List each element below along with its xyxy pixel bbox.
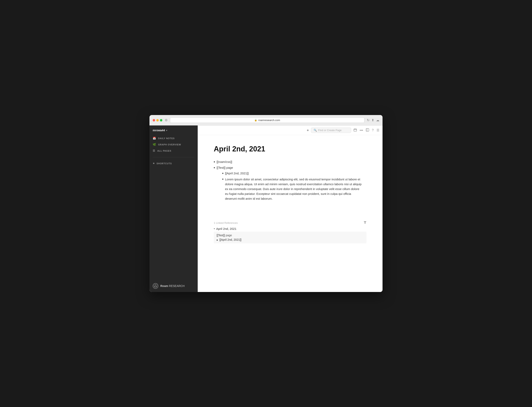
roam-brand: Roam RESEARCH	[160, 284, 185, 288]
page-link[interactable]: [[Test]]	[217, 166, 225, 169]
reload-icon[interactable]: ↻	[367, 118, 369, 122]
lock-icon: 🔒	[254, 119, 257, 121]
graph-icon: 🌿	[153, 143, 156, 146]
roam-logo-svg	[153, 284, 158, 288]
address-bar[interactable]: 🔒 roamresearch.com	[170, 117, 365, 123]
bullet-dot	[222, 173, 223, 174]
list-item: [[Test]] page [[April 2nd, 2021]] Lorem …	[214, 165, 362, 202]
browser-chrome: ⚙ 🔒 roamresearch.com ↻ ⬆ ☁	[150, 115, 382, 125]
all-pages-label: ALL PAGES	[157, 150, 171, 152]
traffic-lights	[153, 119, 162, 121]
page-content: April 2nd, 2021 [[roam/css]] [[Test]] pa…	[198, 135, 379, 213]
shortcuts-label: SHORTCUTS	[157, 162, 172, 165]
star-icon: ★	[153, 162, 155, 165]
lorem-text: Lorem ipsum dolor sit amet, consectetur …	[225, 177, 362, 201]
calendar-icon: 📅	[153, 137, 156, 140]
ref-card: [[Test]] page [[April 2nd, 2021]]	[214, 232, 366, 243]
graph-overview-label: GRAPH OVERVIEW	[158, 143, 181, 146]
search-bar[interactable]: 🔍 Find or Create Page	[311, 127, 351, 133]
app-container: mrowa44 ▾ 📅 DAILY NOTES 🌿 GRAPH OVERVIEW…	[150, 125, 382, 292]
bullet-text: page	[225, 166, 233, 169]
share-icon[interactable]: ⬆	[372, 118, 374, 122]
roam-brand-main: Roam	[160, 284, 168, 288]
sidebar-header: mrowa44 ▾	[150, 125, 198, 133]
browser-actions: ↻ ⬆ ☁	[367, 118, 379, 122]
maximize-button[interactable]	[160, 119, 162, 121]
page-link[interactable]: [[April 2nd, 2021]]	[219, 238, 242, 241]
browser-window: ⚙ 🔒 roamresearch.com ↻ ⬆ ☁ mrowa44 ▾ 📅	[150, 115, 382, 292]
ref-card-bullet: [[April 2nd, 2021]]	[217, 238, 364, 241]
linked-refs-text: Linked References	[216, 221, 238, 224]
linked-refs-label: 1 Linked References	[214, 221, 238, 224]
sidebar-toggle-icon[interactable]	[366, 128, 369, 132]
sidebar-divider	[153, 157, 194, 157]
help-icon[interactable]: ?	[372, 128, 374, 132]
page-link[interactable]: [[April 2nd, 2021]]	[225, 171, 249, 176]
search-placeholder: Find or Create Page	[318, 129, 342, 132]
minimize-button[interactable]	[156, 119, 159, 121]
pages-icon: ☰	[153, 149, 155, 152]
roam-brand-sub: RESEARCH	[169, 284, 185, 288]
linked-refs-header: 1 Linked References	[214, 221, 366, 225]
roam-logo	[153, 283, 158, 289]
svg-point-1	[155, 285, 156, 286]
filter-icon[interactable]	[364, 221, 366, 225]
top-bar-icons: ••• ? ☰	[354, 128, 379, 132]
svg-line-4	[155, 286, 155, 286]
page-link[interactable]: [[Test]]	[217, 234, 225, 237]
shortcuts-header[interactable]: ★ SHORTCUTS	[150, 160, 198, 166]
linked-references-section: 1 Linked References ▾ April 2nd, 2021	[198, 221, 382, 244]
linked-ref-date-text: April 2nd, 2021	[216, 227, 236, 230]
main-content: 🔍 Find or Create Page •••	[198, 125, 382, 292]
sidebar-item-daily-notes[interactable]: 📅 DAILY NOTES	[150, 135, 198, 141]
bullet-dot	[217, 240, 218, 241]
page-title: April 2nd, 2021	[214, 145, 362, 153]
svg-rect-7	[354, 129, 357, 131]
bullet-dot	[214, 161, 215, 163]
svg-marker-13	[364, 221, 366, 224]
svg-rect-11	[366, 128, 369, 131]
bullet-list: [[roam/css]] [[Test]] page [[April 2nd, …	[214, 160, 362, 202]
menu-icon[interactable]: ☰	[377, 128, 379, 132]
sidebar-footer: Roam RESEARCH	[150, 280, 198, 292]
user-menu[interactable]: mrowa44 ▾	[153, 129, 194, 132]
sidebar-item-graph-overview[interactable]: 🌿 GRAPH OVERVIEW	[150, 141, 198, 148]
settings-icon[interactable]: ⚙	[165, 118, 167, 122]
sidebar: mrowa44 ▾ 📅 DAILY NOTES 🌿 GRAPH OVERVIEW…	[150, 125, 198, 292]
ref-card-title: [[Test]] page	[217, 234, 364, 237]
daily-notes-label: DAILY NOTES	[158, 137, 175, 140]
browser-controls: ⚙	[165, 118, 167, 122]
more-options-icon[interactable]: •••	[360, 128, 363, 132]
status-dot	[307, 130, 309, 131]
bullet-dot	[222, 179, 223, 180]
calendar-topbar-icon[interactable]	[354, 128, 357, 132]
linked-ref-date[interactable]: ▾ April 2nd, 2021	[214, 227, 366, 230]
page-link[interactable]: [[roam/css]]	[217, 160, 232, 164]
svg-line-5	[155, 286, 156, 286]
nested-bullet-list: [[April 2nd, 2021]] Lorem ipsum dolor si…	[222, 171, 362, 201]
username: mrowa44	[153, 129, 165, 132]
shortcuts-section: ★ SHORTCUTS	[150, 159, 198, 168]
list-item: [[roam/css]]	[214, 160, 362, 164]
list-item: Lorem ipsum dolor sit amet, consectetur …	[222, 177, 362, 201]
bullet-dot	[214, 167, 215, 168]
collapse-arrow-icon: ▾	[214, 227, 215, 230]
sidebar-item-all-pages[interactable]: ☰ ALL PAGES	[150, 148, 198, 154]
bullet-content: [[Test]] page [[April 2nd, 2021]] Lorem …	[217, 165, 362, 202]
user-chevron-icon: ▾	[166, 129, 167, 132]
search-icon: 🔍	[314, 129, 317, 132]
top-bar: 🔍 Find or Create Page •••	[198, 125, 382, 135]
sidebar-nav: 📅 DAILY NOTES 🌿 GRAPH OVERVIEW ☰ ALL PAG…	[150, 133, 198, 156]
linked-refs-count: 1	[214, 221, 215, 224]
ref-card-title-text: page	[226, 234, 232, 237]
close-button[interactable]	[153, 119, 155, 121]
url-text: roamresearch.com	[258, 119, 280, 122]
list-item: [[April 2nd, 2021]]	[222, 171, 362, 176]
cloud-icon[interactable]: ☁	[376, 118, 379, 122]
